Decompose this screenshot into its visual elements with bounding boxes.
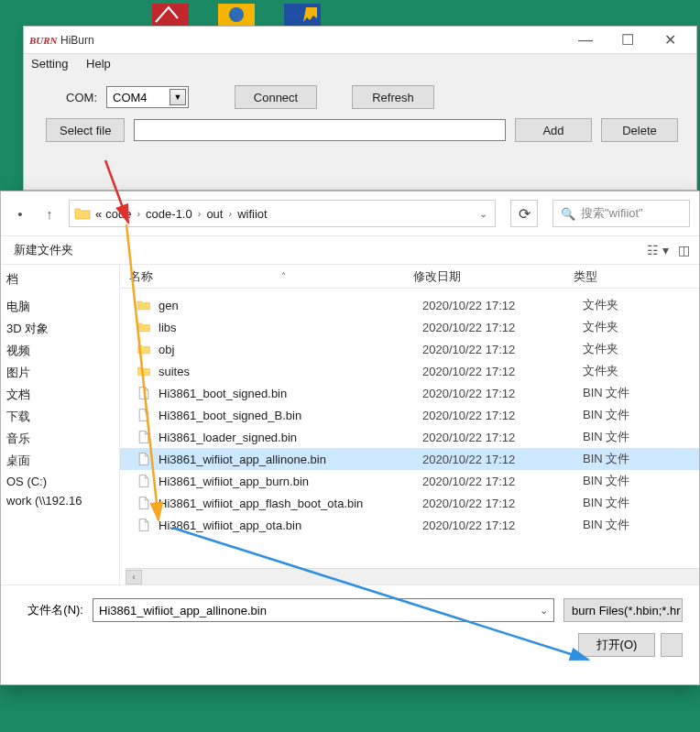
file-path-input[interactable] <box>134 119 506 141</box>
svg-rect-0 <box>152 4 189 26</box>
preview-pane-icon[interactable]: ◫ <box>678 243 690 257</box>
menu-help[interactable]: Help <box>86 57 111 71</box>
view-mode-icon[interactable]: ☷ ▾ <box>647 243 669 257</box>
file-row[interactable]: Hi3861_boot_signed_B.bin2020/10/22 17:12… <box>120 404 699 426</box>
sidebar-item[interactable]: 3D 对象 <box>1 318 119 340</box>
file-list: gen2020/10/22 17:12文件夹libs2020/10/22 17:… <box>120 289 699 568</box>
nav-back-icon[interactable]: • <box>10 203 30 224</box>
sidebar-item[interactable]: 音乐 <box>1 428 119 450</box>
desktop-shortcut-2[interactable] <box>213 0 260 27</box>
file-date: 2020/10/22 17:12 <box>422 321 583 334</box>
sidebar-item[interactable]: 桌面 <box>1 450 119 472</box>
minimize-button[interactable]: — <box>564 27 607 53</box>
folder-icon <box>73 204 92 223</box>
horizontal-scrollbar[interactable]: ‹ <box>126 568 699 585</box>
sidebar-item[interactable]: OS (C:) <box>1 472 119 491</box>
sidebar: 档电脑3D 对象视频图片文档下载音乐桌面OS (C:)work (\\192.1… <box>1 265 120 585</box>
sidebar-item[interactable]: 图片 <box>1 362 119 384</box>
file-name: obj <box>159 343 422 356</box>
sidebar-item[interactable]: 文档 <box>1 384 119 406</box>
file-name: Hi3861_wifiiot_app_burn.bin <box>159 475 422 488</box>
file-row[interactable]: Hi3861_boot_signed.bin2020/10/22 17:12BI… <box>120 382 699 404</box>
sidebar-item[interactable]: 视频 <box>1 340 119 362</box>
file-name: Hi3861_boot_signed_B.bin <box>159 409 422 422</box>
file-type: BIN 文件 <box>583 473 699 489</box>
close-button[interactable]: ✕ <box>649 27 691 53</box>
com-select-value: COM4 <box>113 91 148 104</box>
file-row[interactable]: Hi3861_wifiiot_app_flash_boot_ota.bin202… <box>120 492 699 514</box>
dialog-refresh-button[interactable]: ⟳ <box>510 200 538 227</box>
file-row[interactable]: suites2020/10/22 17:12文件夹 <box>120 360 699 382</box>
file-row[interactable]: Hi3861_loader_signed.bin2020/10/22 17:12… <box>120 426 699 448</box>
col-type-label[interactable]: 类型 <box>574 269 597 283</box>
maximize-button[interactable]: ☐ <box>607 27 649 53</box>
file-date: 2020/10/22 17:12 <box>422 497 583 510</box>
file-type: 文件夹 <box>583 319 699 335</box>
filename-input[interactable]: Hi3861_wifiiot_app_allinone.bin ⌄ <box>93 598 554 622</box>
search-input[interactable]: 🔍 搜索"wifiiot" <box>552 200 690 227</box>
file-row[interactable]: Hi3861_wifiiot_app_ota.bin2020/10/22 17:… <box>120 514 699 536</box>
sort-ascending-icon: ˄ <box>281 271 286 281</box>
file-name: libs <box>159 321 422 334</box>
file-type: 文件夹 <box>583 297 699 313</box>
refresh-button[interactable]: Refresh <box>352 85 434 109</box>
col-date-label[interactable]: 修改日期 <box>413 269 461 283</box>
file-pane: 名称 ˄ 修改日期 类型 gen2020/10/22 17:12文件夹libs2… <box>120 265 699 585</box>
file-date: 2020/10/22 17:12 <box>422 365 583 378</box>
nav-up-icon[interactable]: ↑ <box>39 203 60 224</box>
file-row[interactable]: Hi3861_wifiiot_app_allinone.bin2020/10/2… <box>120 448 699 470</box>
file-name: Hi3861_loader_signed.bin <box>159 431 422 444</box>
sidebar-item[interactable]: 档 <box>1 268 119 290</box>
search-placeholder: 搜索"wifiiot" <box>581 205 643 222</box>
breadcrumb-dropdown-icon[interactable]: ⌄ <box>479 208 487 220</box>
file-row[interactable]: obj2020/10/22 17:12文件夹 <box>120 338 699 360</box>
delete-button[interactable]: Delete <box>601 118 678 142</box>
new-folder-button[interactable]: 新建文件夹 <box>14 242 73 258</box>
file-date: 2020/10/22 17:12 <box>422 299 583 312</box>
add-button[interactable]: Add <box>515 118 592 142</box>
app-title: HiBurn <box>60 34 564 47</box>
file-row[interactable]: gen2020/10/22 17:12文件夹 <box>120 294 699 316</box>
file-name: Hi3861_wifiiot_app_flash_boot_ota.bin <box>159 497 422 510</box>
sidebar-item[interactable]: work (\\192.16 <box>1 491 119 510</box>
breadcrumb-part-3[interactable]: wifiiot <box>237 207 268 221</box>
file-icon <box>135 384 153 402</box>
file-icon <box>135 428 153 446</box>
desktop-shortcut-1[interactable] <box>147 0 194 27</box>
com-select[interactable]: COM4 ▼ <box>106 86 189 108</box>
file-icon <box>135 472 153 490</box>
breadcrumb-part-1[interactable]: code-1.0 <box>146 207 192 221</box>
col-name-label[interactable]: 名称 <box>129 268 153 285</box>
svg-point-2 <box>229 7 244 22</box>
sidebar-item[interactable]: 电脑 <box>1 296 119 318</box>
file-row[interactable]: libs2020/10/22 17:12文件夹 <box>120 316 699 338</box>
file-date: 2020/10/22 17:12 <box>422 409 583 422</box>
app-logo: BURN <box>29 35 60 46</box>
file-type-filter[interactable]: burn Files(*.hbin;*.hr <box>563 598 683 622</box>
file-date: 2020/10/22 17:12 <box>422 343 583 356</box>
filename-label: 文件名(N): <box>17 602 83 618</box>
cancel-button[interactable] <box>661 633 683 657</box>
chevron-right-icon: › <box>137 208 140 219</box>
file-type: BIN 文件 <box>583 451 699 467</box>
folder-icon <box>135 296 153 314</box>
titlebar: BURN HiBurn — ☐ ✕ <box>24 27 696 54</box>
open-button[interactable]: 打开(O) <box>578 633 655 657</box>
desktop-shortcut-3[interactable] <box>279 0 326 27</box>
select-file-button[interactable]: Select file <box>46 118 125 142</box>
file-name: gen <box>159 299 422 312</box>
breadcrumb[interactable]: « code › code-1.0 › out › wifiiot ⌄ <box>69 200 496 227</box>
scroll-left-icon[interactable]: ‹ <box>126 570 142 585</box>
file-type: BIN 文件 <box>583 517 699 533</box>
breadcrumb-part-0[interactable]: code <box>105 207 131 221</box>
sidebar-item[interactable]: 下载 <box>1 406 119 428</box>
file-row[interactable]: Hi3861_wifiiot_app_burn.bin2020/10/22 17… <box>120 470 699 492</box>
file-type: BIN 文件 <box>583 429 699 445</box>
connect-button[interactable]: Connect <box>235 85 317 109</box>
column-headers: 名称 ˄ 修改日期 类型 <box>120 265 699 289</box>
breadcrumb-part-2[interactable]: out <box>206 207 223 221</box>
menu-setting[interactable]: Setting <box>31 57 68 71</box>
com-label: COM: <box>42 91 97 104</box>
file-type: BIN 文件 <box>583 495 699 511</box>
folder-icon <box>135 318 153 336</box>
